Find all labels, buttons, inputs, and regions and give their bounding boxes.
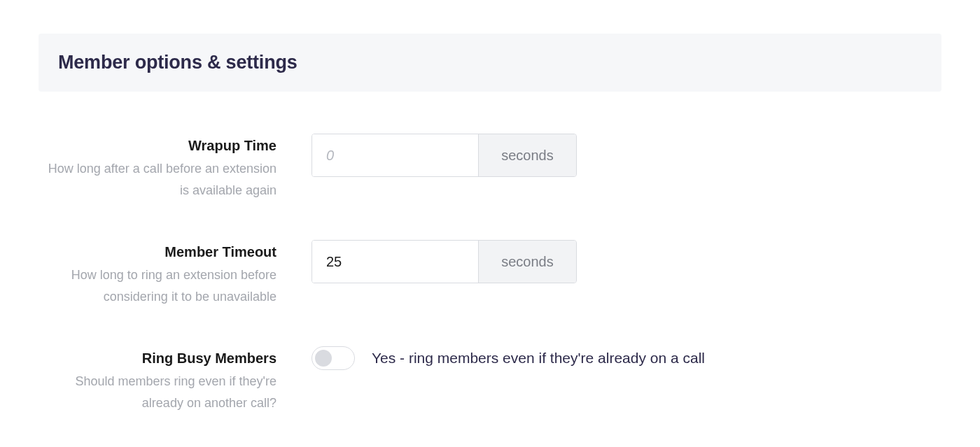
member-timeout-label: Member Timeout	[38, 244, 276, 260]
wrapup-label: Wrapup Time	[38, 138, 276, 154]
label-col: Wrapup Time How long after a call before…	[38, 134, 312, 201]
section-title: Member options & settings	[58, 52, 922, 73]
wrapup-unit: seconds	[478, 134, 576, 176]
ring-busy-label: Ring Busy Members	[38, 350, 276, 367]
control-col: seconds	[312, 134, 941, 177]
label-col: Ring Busy Members Should members ring ev…	[38, 346, 312, 413]
wrapup-input-group: seconds	[312, 134, 577, 177]
control-col: seconds	[312, 240, 941, 283]
settings-body: Wrapup Time How long after a call before…	[0, 92, 980, 414]
wrapup-help: How long after a call before an extensio…	[38, 158, 276, 201]
control-col: Yes - ring members even if they're alrea…	[312, 346, 941, 370]
label-col: Member Timeout How long to ring an exten…	[38, 240, 312, 307]
setting-row-ring-busy: Ring Busy Members Should members ring ev…	[38, 346, 941, 413]
ring-busy-toggle[interactable]	[312, 346, 355, 370]
toggle-knob-icon	[315, 350, 332, 367]
ring-busy-description: Yes - ring members even if they're alrea…	[372, 350, 705, 367]
setting-row-member-timeout: Member Timeout How long to ring an exten…	[38, 240, 941, 307]
member-timeout-input-group: seconds	[312, 240, 577, 283]
ring-busy-toggle-row: Yes - ring members even if they're alrea…	[312, 346, 705, 370]
settings-page: Member options & settings Wrapup Time Ho…	[0, 34, 980, 447]
member-timeout-help: How long to ring an extension before con…	[38, 264, 276, 307]
member-timeout-input[interactable]	[312, 241, 478, 283]
section-header: Member options & settings	[38, 34, 941, 92]
ring-busy-help: Should members ring even if they're alre…	[38, 371, 276, 413]
member-timeout-unit: seconds	[478, 241, 576, 283]
wrapup-input[interactable]	[312, 134, 478, 176]
setting-row-wrapup: Wrapup Time How long after a call before…	[38, 134, 941, 201]
